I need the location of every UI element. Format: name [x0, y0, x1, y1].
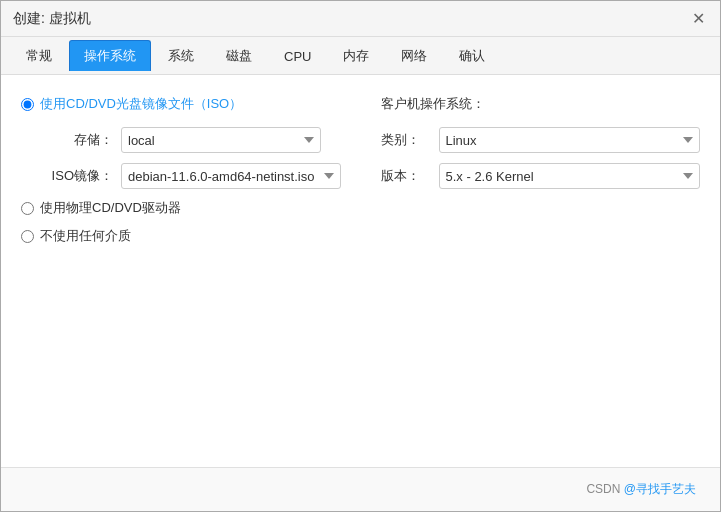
iso-select[interactable]: debian-11.6.0-amd64-netinst.iso: [121, 163, 341, 189]
physical-radio-label[interactable]: 使用物理CD/DVD驱动器: [40, 199, 181, 217]
left-panel: 使用CD/DVD光盘镜像文件（ISO） 存储： local ISO镜像： deb…: [21, 95, 341, 447]
watermark-csdn: CSDN @寻找手艺夫: [586, 481, 696, 498]
category-label: 类别：: [381, 131, 431, 149]
tab-general[interactable]: 常规: [11, 40, 67, 71]
content-area: 使用CD/DVD光盘镜像文件（ISO） 存储： local ISO镜像： deb…: [1, 75, 720, 467]
dialog-title: 创建: 虚拟机: [13, 10, 91, 28]
title-bar: 创建: 虚拟机 ✕: [1, 1, 720, 37]
tab-bar: 常规 操作系统 系统 磁盘 CPU 内存 网络 确认: [1, 37, 720, 75]
storage-select[interactable]: local: [121, 127, 321, 153]
tab-cpu[interactable]: CPU: [269, 42, 326, 70]
physical-radio[interactable]: [21, 202, 34, 215]
physical-drive-radio-option[interactable]: 使用物理CD/DVD驱动器: [21, 199, 341, 217]
iso-radio-option[interactable]: 使用CD/DVD光盘镜像文件（ISO）: [21, 95, 341, 113]
no-media-radio[interactable]: [21, 230, 34, 243]
footer: CSDN @寻找手艺夫: [1, 467, 720, 511]
version-label: 版本：: [381, 167, 431, 185]
tab-system[interactable]: 系统: [153, 40, 209, 71]
no-media-radio-option[interactable]: 不使用任何介质: [21, 227, 341, 245]
dialog: 创建: 虚拟机 ✕ 常规 操作系统 系统 磁盘 CPU 内存 网络 确认 使用C…: [0, 0, 721, 512]
iso-radio-label[interactable]: 使用CD/DVD光盘镜像文件（ISO）: [40, 95, 242, 113]
version-select[interactable]: 5.x - 2.6 Kernel: [439, 163, 701, 189]
close-button[interactable]: ✕: [688, 9, 708, 29]
storage-row: 存储： local: [41, 127, 341, 153]
guest-os-label: 客户机操作系统：: [381, 95, 701, 113]
watermark-author-text: @寻找手艺夫: [624, 482, 696, 496]
right-panel: 客户机操作系统： 类别： Linux 版本： 5.x - 2.6 Kernel: [381, 95, 701, 447]
category-select[interactable]: Linux: [439, 127, 701, 153]
category-row: 类别： Linux: [381, 127, 701, 153]
iso-radio[interactable]: [21, 98, 34, 111]
tab-memory[interactable]: 内存: [328, 40, 384, 71]
tab-confirm[interactable]: 确认: [444, 40, 500, 71]
iso-row: ISO镜像： debian-11.6.0-amd64-netinst.iso: [41, 163, 341, 189]
iso-label: ISO镜像：: [41, 167, 113, 185]
no-media-radio-label[interactable]: 不使用任何介质: [40, 227, 131, 245]
watermark-csdn-text: CSDN: [586, 482, 620, 496]
tab-disk[interactable]: 磁盘: [211, 40, 267, 71]
version-row: 版本： 5.x - 2.6 Kernel: [381, 163, 701, 189]
storage-label: 存储：: [41, 131, 113, 149]
tab-os[interactable]: 操作系统: [69, 40, 151, 71]
tab-network[interactable]: 网络: [386, 40, 442, 71]
